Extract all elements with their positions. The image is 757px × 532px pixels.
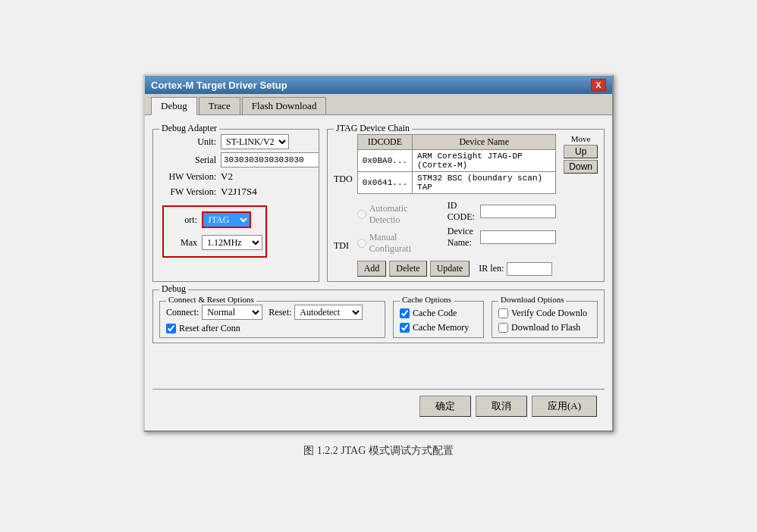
- action-buttons: Add Delete Update IR len:: [357, 261, 557, 277]
- device-name-label: Device Name:: [448, 226, 478, 249]
- unit-select[interactable]: ST-LINK/V2: [221, 134, 289, 149]
- reset-select[interactable]: Autodetect SYSRESETREQ: [294, 305, 363, 320]
- jtag-chain-group: JTAG Device Chain TDO TDI I: [327, 129, 605, 282]
- figure-caption: 图 1.2.2 JTAG 模式调试方式配置: [303, 444, 454, 458]
- device-cell-2: STM32 BSC (boundary scan) TAP: [413, 172, 556, 194]
- auto-detect-radio[interactable]: [357, 210, 366, 219]
- verify-code-row: Verify Code Downlo: [498, 308, 591, 319]
- cache-code-checkbox[interactable]: [400, 308, 410, 318]
- update-button[interactable]: Update: [430, 261, 470, 277]
- connect-reset-title: Connect & Reset Options: [166, 295, 256, 304]
- down-button[interactable]: Down: [564, 160, 598, 174]
- jtag-chain-title: JTAG Device Chain: [334, 123, 412, 134]
- cache-options-box: Cache Options Cache Code Cache Memory: [393, 301, 484, 338]
- add-button[interactable]: Add: [357, 261, 387, 277]
- idcode-cell-1: 0x0BA0...: [357, 150, 412, 172]
- verify-code-checkbox[interactable]: [498, 308, 508, 318]
- tdi-label: TDI: [334, 240, 353, 252]
- unit-label: Unit:: [159, 136, 216, 148]
- jtag-side: TDO TDI IDCODE Device Name: [334, 134, 598, 277]
- connect-reset-box: Connect & Reset Options Connect: Normal …: [159, 301, 385, 338]
- ir-len-input[interactable]: [507, 262, 552, 276]
- jtag-content: IDCODE Device Name 0x0BA0... ARM CoreSig…: [357, 134, 557, 277]
- device-name-row: Device Name:: [448, 226, 557, 249]
- serial-row: Serial: [159, 152, 313, 167]
- jtag-table: IDCODE Device Name 0x0BA0... ARM CoreSig…: [357, 134, 557, 194]
- serial-label: Serial: [159, 155, 216, 166]
- reset-after-conn-checkbox[interactable]: [166, 324, 176, 333]
- dialog-body: Debug Adapter Unit: ST-LINK/V2 Serial HW…: [145, 115, 612, 430]
- cache-memory-row: Cache Memory: [400, 322, 477, 333]
- table-row: 0x0641... STM32 BSC (boundary scan) TAP: [357, 172, 556, 194]
- manual-config-row: Manual Configurati: [357, 232, 428, 255]
- auto-detect-label: Automatic Detectio: [369, 203, 428, 226]
- cache-code-label: Cache Code: [413, 308, 457, 319]
- reset-after-conn-label: Reset after Conn: [179, 323, 240, 334]
- cache-memory-checkbox[interactable]: [400, 323, 410, 333]
- fw-version-row: FW Version: V2J17S4: [159, 186, 313, 198]
- debug-section: Debug Connect & Reset Options Connect: N…: [152, 289, 605, 343]
- fw-version-label: FW Version:: [159, 186, 216, 198]
- connect-select[interactable]: Normal Under Reset: [202, 305, 262, 320]
- id-code-label: ID CODE:: [448, 200, 478, 223]
- bottom-spacer: [152, 343, 605, 389]
- tab-flash-download[interactable]: Flash Download: [242, 97, 327, 114]
- fw-version-value: V2J17S4: [221, 186, 257, 198]
- tab-bar: Debug Trace Flash Download: [145, 94, 612, 115]
- port-row: ort: JTAG SWD: [167, 211, 262, 228]
- hw-version-label: HW Version:: [159, 171, 216, 183]
- close-button[interactable]: X: [591, 79, 606, 91]
- max-row: Max 1.12MHz 4MHz: [167, 235, 262, 250]
- download-to-flash-checkbox[interactable]: [498, 323, 508, 333]
- hw-version-value: V2: [221, 171, 233, 183]
- cache-options-title: Cache Options: [400, 295, 454, 304]
- manual-config-radio[interactable]: [357, 239, 366, 248]
- id-code-section: ID CODE: Device Name:: [440, 200, 557, 255]
- idcode-header: IDCODE: [357, 135, 412, 150]
- tdo-label: TDO: [334, 174, 353, 185]
- ok-button[interactable]: 确定: [419, 396, 471, 417]
- download-options-title: Download Options: [498, 295, 566, 304]
- cache-code-row: Cache Code: [400, 308, 477, 319]
- cancel-button[interactable]: 取消: [476, 396, 527, 417]
- download-to-flash-row: Download to Flash: [498, 322, 591, 333]
- move-buttons: Move Up Down: [564, 134, 598, 277]
- port-select[interactable]: JTAG SWD: [202, 211, 251, 228]
- debug-section-title: Debug: [159, 283, 188, 295]
- tab-debug[interactable]: Debug: [151, 97, 197, 115]
- max-label: Max: [167, 237, 197, 249]
- download-to-flash-label: Download to Flash: [511, 322, 580, 333]
- delete-button[interactable]: Delete: [389, 261, 426, 277]
- connect-row: Connect: Normal Under Reset Reset: Autod…: [166, 305, 378, 320]
- verify-code-label: Verify Code Downlo: [511, 308, 587, 319]
- hw-version-row: HW Version: V2: [159, 171, 313, 183]
- max-select[interactable]: 1.12MHz 4MHz: [202, 235, 262, 250]
- port-max-highlighted: ort: JTAG SWD Max 1.12MHz 4MHz: [162, 205, 267, 258]
- tab-trace[interactable]: Trace: [199, 97, 240, 114]
- apply-button[interactable]: 应用(A): [532, 396, 597, 417]
- title-bar: Cortex-M Target Driver Setup X: [145, 76, 612, 94]
- dialog-window: Cortex-M Target Driver Setup X Debug Tra…: [143, 74, 614, 432]
- cache-memory-label: Cache Memory: [413, 322, 469, 333]
- id-code-input[interactable]: [480, 205, 556, 218]
- reset-after-conn-row: Reset after Conn: [166, 323, 378, 334]
- radio-section: Automatic Detectio Manual Configurati: [357, 200, 557, 255]
- connect-label: Connect:: [166, 307, 199, 318]
- reset-label: Reset:: [269, 307, 291, 318]
- dialog-title: Cortex-M Target Driver Setup: [151, 80, 287, 91]
- up-button[interactable]: Up: [564, 145, 598, 158]
- top-section: Debug Adapter Unit: ST-LINK/V2 Serial HW…: [152, 123, 605, 282]
- debug-adapter-group: Debug Adapter Unit: ST-LINK/V2 Serial HW…: [152, 129, 319, 282]
- jtag-labels: TDO TDI: [334, 134, 353, 277]
- table-row: 0x0BA0... ARM CoreSight JTAG-DP (Cortex-…: [357, 150, 556, 172]
- device-name-header: Device Name: [413, 135, 556, 150]
- debug-adapter-title: Debug Adapter: [159, 123, 219, 134]
- device-name-input[interactable]: [480, 230, 556, 244]
- auto-detect-row: Automatic Detectio: [357, 203, 428, 226]
- idcode-cell-2: 0x0641...: [357, 172, 412, 194]
- download-options-box: Download Options Verify Code Downlo Down…: [492, 301, 598, 338]
- serial-input[interactable]: [221, 152, 319, 167]
- device-cell-1: ARM CoreSight JTAG-DP (Cortex-M): [413, 150, 556, 172]
- id-code-row: ID CODE:: [448, 200, 557, 223]
- move-label: Move: [564, 134, 598, 143]
